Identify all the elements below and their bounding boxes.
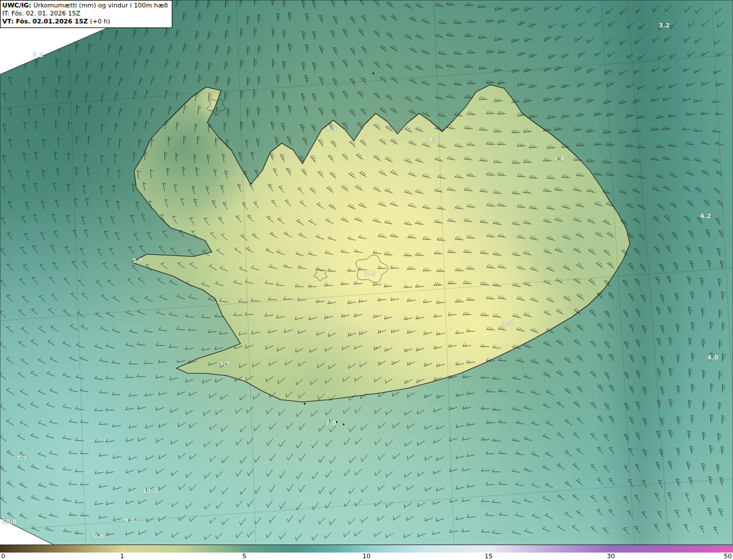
weather-map: 7.33.24.54.64.44.23.74.34.63.74.07.87.71… [0, 0, 733, 560]
colorbar-tick: 5 [242, 553, 246, 560]
colorbar-tick: 30 [607, 553, 615, 560]
colorbar-tick: 15 [484, 553, 492, 560]
valid-time-main: VT: Fös. 02.01.2026 15Z [2, 18, 88, 25]
map-canvas [0, 0, 733, 545]
colorbar-tick: 50 [724, 553, 732, 560]
colorbar-ticks: 0 1 5 10 15 30 50 [0, 553, 733, 560]
map-title: UWC/IG: Úrkomumætti (mm) og vindur i 100… [2, 2, 168, 10]
valid-time-offset: (+0 h) [90, 18, 110, 25]
model-id: UWC/IG: [2, 2, 31, 9]
colorbar-tick: 1 [120, 553, 124, 560]
init-time: IT: Fös. 02. 01. 2026 15Z [2, 10, 168, 18]
valid-time: VT: Fös. 02.01.2026 15Z (+0 h) [2, 18, 168, 26]
map-title-text: Úrkomumætti (mm) og vindur i 100m hæð [33, 2, 168, 9]
colorbar-tick: 10 [362, 553, 371, 560]
colorbar: 0 1 5 10 15 30 50 [0, 545, 733, 560]
colorbar-tick: 0 [1, 553, 5, 560]
colorbar-gradient [0, 545, 733, 553]
title-box: UWC/IG: Úrkomumætti (mm) og vindur i 100… [0, 0, 172, 28]
